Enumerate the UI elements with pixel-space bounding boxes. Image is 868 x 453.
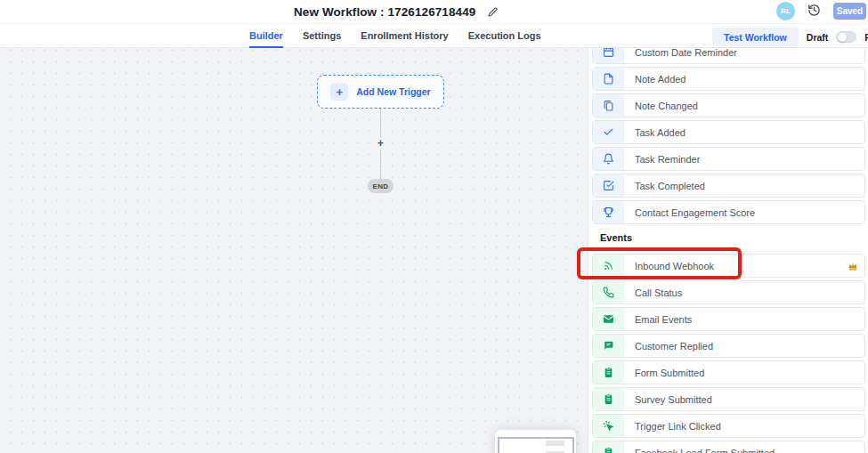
trigger-item-label: Task Added: [635, 127, 685, 138]
trigger-item-facebook-lead-form-submitted[interactable]: Facebook Lead Form Submitted: [592, 441, 865, 453]
trigger-item-label: Task Reminder: [635, 154, 700, 165]
trigger-item-label: Email Events: [635, 314, 692, 325]
test-workflow-button[interactable]: Test Workflow: [712, 28, 799, 46]
chat-icon: [593, 335, 624, 357]
trophy-icon: [593, 201, 624, 223]
tab-builder[interactable]: Builder: [249, 24, 283, 48]
cursor-click-icon: [593, 415, 624, 437]
trigger-item-custom-date-reminder[interactable]: Custom Date Reminder: [592, 48, 865, 64]
clipboard-icon: [593, 361, 624, 384]
saved-button[interactable]: Saved: [833, 3, 866, 20]
end-node: END: [368, 179, 393, 193]
calendar-icon: [593, 48, 624, 63]
publish-label: Publish: [864, 32, 868, 43]
tabs-group: BuilderSettingsEnrollment HistoryExecuti…: [249, 24, 541, 48]
clipboard-icon: [593, 441, 624, 453]
trigger-item-note-added[interactable]: Note Added: [592, 67, 865, 91]
trigger-item-trigger-link-clicked[interactable]: Trigger Link Clicked: [592, 414, 865, 438]
trigger-item-label: Customer Replied: [635, 341, 713, 352]
connector-add-step-icon[interactable]: +: [374, 137, 387, 150]
workflow-canvas: + Add New Trigger + END: [0, 48, 588, 453]
trigger-item-task-reminder[interactable]: Task Reminder: [592, 147, 865, 171]
trigger-item-label: Note Changed: [635, 101, 698, 111]
trigger-item-call-status[interactable]: Call Status: [592, 280, 865, 304]
preview-panel: [495, 430, 576, 453]
publish-toggle[interactable]: [836, 31, 856, 43]
trigger-item-task-added[interactable]: Task Added: [592, 120, 865, 144]
tab-bar: BuilderSettingsEnrollment HistoryExecuti…: [0, 24, 868, 48]
trigger-item-label: Trigger Link Clicked: [635, 421, 721, 432]
premium-crown-icon: [848, 261, 858, 271]
trigger-item-email-events[interactable]: Email Events: [592, 307, 865, 331]
trigger-item-label: Note Added: [635, 74, 686, 85]
check-icon: [593, 121, 624, 143]
trigger-item-form-submitted[interactable]: Form Submitted: [592, 360, 865, 384]
add-trigger-label: Add New Trigger: [356, 86, 430, 97]
webhook-icon: [593, 255, 624, 277]
tab-enrollment-history[interactable]: Enrollment History: [361, 24, 448, 48]
bell-icon: [593, 148, 624, 170]
note-icon: [593, 68, 624, 90]
trigger-item-label: Inbound Webhook: [635, 261, 714, 271]
mail-icon: [593, 308, 624, 330]
workflow-builder-page: New Workflow : 1726126718449 RL Saved Bu…: [0, 0, 868, 453]
trigger-item-label: Survey Submitted: [635, 394, 712, 405]
toggle-knob: [838, 33, 847, 42]
trigger-item-label: Custom Date Reminder: [635, 48, 737, 58]
trigger-item-label: Task Completed: [635, 181, 705, 191]
history-clock-icon[interactable]: [807, 4, 821, 17]
trigger-item-label: Form Submitted: [635, 368, 704, 378]
trigger-item-inbound-webhook[interactable]: Inbound Webhook: [592, 254, 865, 278]
events-section-header: Events: [600, 232, 632, 243]
user-avatar[interactable]: RL: [776, 2, 795, 20]
trigger-item-label: Contact Engagement Score: [635, 207, 755, 218]
draft-label: Draft: [807, 32, 829, 43]
preview-placeholder-bar: [546, 441, 564, 446]
tab-settings[interactable]: Settings: [303, 24, 341, 48]
edit-title-pencil-icon[interactable]: [488, 7, 498, 17]
trigger-item-survey-submitted[interactable]: Survey Submitted: [592, 387, 865, 411]
trigger-item-note-changed[interactable]: Note Changed: [592, 93, 865, 117]
workflow-title-group: New Workflow : 1726126718449: [294, 0, 498, 24]
plus-icon: +: [330, 83, 348, 101]
workflow-controls: Test Workflow Draft Publish: [712, 28, 868, 46]
page-title: New Workflow : 1726126718449: [294, 5, 475, 19]
trigger-picker-sidebar: Events Custom Date Reminder Note Added N…: [588, 48, 868, 453]
trigger-item-task-completed[interactable]: Task Completed: [592, 174, 865, 198]
trigger-item-label: Call Status: [635, 287, 682, 298]
task-completed-icon: [593, 174, 624, 197]
trigger-item-customer-replied[interactable]: Customer Replied: [592, 334, 865, 358]
phone-icon: [593, 281, 624, 303]
tab-execution-logs[interactable]: Execution Logs: [468, 24, 541, 48]
note-changed-icon: [593, 94, 624, 117]
trigger-item-label: Facebook Lead Form Submitted: [635, 448, 775, 453]
add-new-trigger-button[interactable]: + Add New Trigger: [317, 75, 444, 109]
trigger-item-contact-engagement-score[interactable]: Contact Engagement Score: [592, 200, 865, 224]
clipboard-icon: [593, 388, 624, 410]
app-header: New Workflow : 1726126718449 RL Saved: [0, 0, 868, 24]
